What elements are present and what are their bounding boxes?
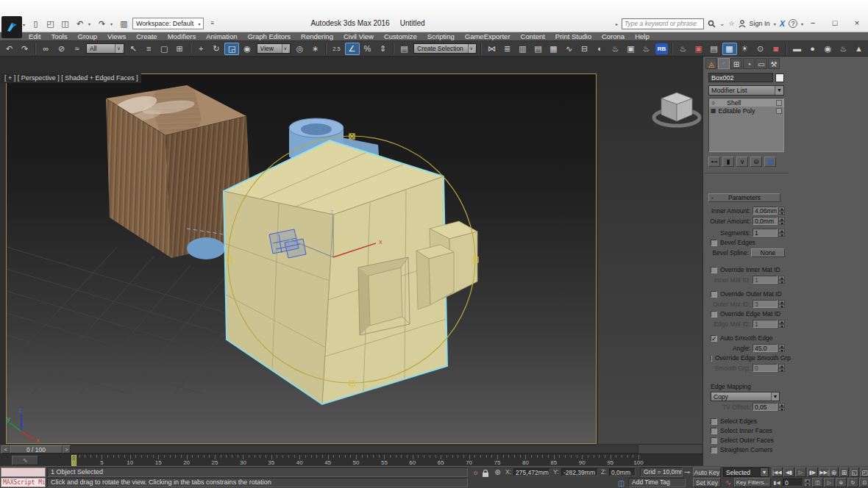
time-slider-handle[interactable]: 0 / 100: [10, 445, 63, 453]
bind-to-space-warp-icon[interactable]: ≈: [70, 43, 85, 55]
field-of-view-button[interactable]: ▷: [824, 478, 835, 487]
menu-item-tools[interactable]: Tools: [46, 32, 72, 41]
outer-mat-id-spinner[interactable]: [778, 300, 785, 308]
remove-modifier-button[interactable]: ⊖: [750, 157, 762, 167]
menu-item-graph-editors[interactable]: Graph Editors: [242, 32, 296, 41]
curve-editor-icon[interactable]: ∿: [562, 43, 577, 55]
segments-spinner[interactable]: [778, 229, 785, 237]
close-button[interactable]: ×: [849, 16, 865, 29]
angle-snap-toggle-icon[interactable]: ∠: [345, 43, 360, 55]
edge-mat-id-spinner[interactable]: [778, 320, 785, 328]
time-slider-groove[interactable]: [1, 445, 638, 453]
outer-mat-id-field[interactable]: 3: [753, 300, 778, 308]
rendered-frame-window-icon[interactable]: ▣: [624, 43, 638, 55]
override-edge-smooth-grp-checkbox[interactable]: [711, 355, 712, 362]
mirror-icon[interactable]: ⋈: [485, 43, 499, 55]
toggle-ribbon-icon[interactable]: ▤: [531, 43, 546, 55]
inner-mat-id-field[interactable]: 1: [753, 276, 778, 284]
rollout-header[interactable]: - Parameters: [708, 193, 780, 202]
help-icon[interactable]: ?: [789, 19, 797, 28]
corona-sun-icon[interactable]: ⊙: [753, 43, 768, 55]
material-teapot-icon[interactable]: ♨: [836, 43, 851, 55]
secondary-viewport[interactable]: [598, 73, 702, 444]
key-filters-button[interactable]: Key Filters...: [734, 478, 771, 487]
play-button[interactable]: ▷: [795, 467, 806, 477]
tab-hierarchy[interactable]: ⊞: [730, 58, 742, 69]
select-and-manipulate-icon[interactable]: ∗: [308, 43, 323, 55]
modifier-toggle-icon[interactable]: [776, 108, 782, 114]
corona-camera-icon[interactable]: ◙: [769, 43, 783, 55]
app-menu-caret-icon[interactable]: ▾: [23, 22, 25, 27]
auto-key-button[interactable]: Auto Key: [693, 467, 721, 477]
select-and-move-icon[interactable]: +: [193, 43, 208, 55]
corona-render-icon[interactable]: ♨: [676, 43, 691, 55]
menu-item-gameexporter[interactable]: GameExporter: [460, 32, 516, 41]
next-frame-arrow[interactable]: >: [63, 445, 71, 453]
use-pivot-point-center-icon[interactable]: ◎: [293, 43, 307, 55]
material-override-rect-icon[interactable]: ▬: [790, 43, 805, 55]
time-slider[interactable]: < 0 / 100 >: [0, 444, 702, 453]
pin-stack-button[interactable]: ⊷: [708, 157, 720, 167]
sign-in-caret-icon[interactable]: ▾: [774, 21, 776, 26]
menu-item-content[interactable]: Content: [516, 32, 550, 41]
select-and-scale-icon[interactable]: ◲: [224, 43, 239, 55]
zoom-button[interactable]: ⊕: [829, 467, 839, 477]
z-coord-field[interactable]: 0,0mm: [609, 468, 636, 476]
zoom-all-button[interactable]: ⊞: [839, 467, 849, 477]
straighten-corners-checkbox[interactable]: [711, 447, 717, 453]
percent-snap-toggle-icon[interactable]: %: [360, 43, 375, 55]
edge-mat-id-field[interactable]: 1: [753, 320, 778, 328]
key-icon[interactable]: ⊸: [683, 467, 691, 477]
menu-item-views[interactable]: Views: [102, 32, 131, 41]
box002-selected-object[interactable]: [224, 140, 477, 404]
make-unique-button[interactable]: ∨: [736, 157, 748, 167]
menu-item-print-studio[interactable]: Print Studio: [550, 32, 597, 41]
next-frame-button[interactable]: ▮▶: [807, 467, 818, 477]
snaps-toggle-2.5d-icon[interactable]: 2.5: [330, 43, 344, 55]
frame-spinner[interactable]: [804, 478, 811, 487]
redo-icon[interactable]: ↷: [18, 43, 32, 55]
undo-button[interactable]: ↶: [74, 18, 86, 29]
inner-mat-id-spinner[interactable]: [778, 276, 785, 284]
outer-amount-field[interactable]: 0,0mm: [753, 217, 778, 225]
named-selection-sets-dropdown[interactable]: Create Selection Se∨: [413, 43, 477, 54]
menu-item-animation[interactable]: Animation: [201, 32, 242, 41]
reference-coordinate-system-dropdown[interactable]: View∨: [257, 43, 291, 54]
search-icon[interactable]: [708, 20, 716, 28]
menu-item-edit[interactable]: Edit: [24, 32, 46, 41]
corona-vfb-icon[interactable]: ▣: [691, 43, 706, 55]
object-name-field[interactable]: Box002: [708, 73, 773, 82]
add-time-tag[interactable]: Add Time Tag: [628, 478, 686, 487]
tab-display[interactable]: ▭: [755, 58, 767, 69]
pan-button[interactable]: ⊜: [836, 478, 847, 487]
sign-in-person-icon[interactable]: [739, 20, 746, 28]
tab-create[interactable]: ◬: [705, 58, 717, 69]
bevel-spline-none-button[interactable]: None: [751, 248, 785, 257]
maximize-viewport-toggle-button[interactable]: ⊡: [859, 478, 868, 487]
viewport-label[interactable]: [ + ] [ Perspective ] [ Shaded + Edged F…: [1, 73, 141, 83]
modifier-toggle-icon[interactable]: [776, 100, 782, 106]
menu-item-group[interactable]: Group: [73, 32, 102, 41]
go-to-end-button[interactable]: ▶▶|: [819, 467, 830, 477]
override-inner-mat-checkbox[interactable]: [711, 267, 717, 273]
zoom-extents-button[interactable]: ◱: [850, 467, 859, 477]
override-edge-mat-checkbox[interactable]: [711, 311, 717, 317]
menu-item-civil-view[interactable]: Civil View: [338, 32, 379, 41]
modifier-stack-item-editable-poly[interactable]: ▦Editable Poly: [709, 107, 783, 115]
zoom-region-button[interactable]: ◰: [860, 467, 868, 477]
select-and-link-icon[interactable]: ∞: [39, 43, 54, 55]
go-to-key-icon[interactable]: ▮◀: [772, 478, 782, 487]
align-icon[interactable]: ≣: [500, 43, 515, 55]
maxscript-mini-label[interactable]: MAXScript Mi:: [1, 478, 46, 487]
tab-modify[interactable]: ◜: [718, 58, 730, 69]
time-configuration-button[interactable]: ◫: [812, 478, 823, 487]
select-edges-checkbox[interactable]: [711, 418, 717, 425]
inner-amount-spinner[interactable]: [778, 207, 785, 215]
edit-named-selection-sets-icon[interactable]: ▤: [397, 43, 412, 55]
override-outer-mat-checkbox[interactable]: [711, 291, 717, 298]
configure-modifier-sets-button[interactable]: ▧: [764, 157, 776, 167]
x-coord-field[interactable]: 275,472mm: [513, 468, 550, 476]
search-input[interactable]: [622, 18, 704, 29]
favorites-star-icon[interactable]: ☆: [729, 20, 735, 27]
open-file-button[interactable]: ◰: [44, 18, 57, 29]
